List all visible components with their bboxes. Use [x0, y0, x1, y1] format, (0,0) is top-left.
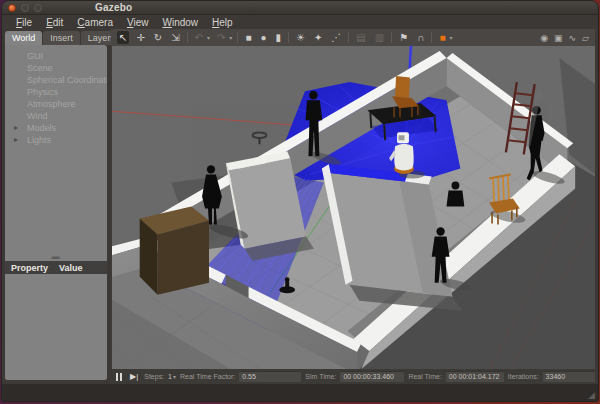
tree-item-wind[interactable]: Wind — [5, 110, 107, 122]
box-tool-icon[interactable]: ■ — [243, 31, 253, 44]
tree-item-models[interactable]: ▸Models — [5, 122, 107, 134]
steps-value[interactable]: 1 — [168, 373, 172, 380]
window-bottom-frame: ◢ — [2, 384, 598, 401]
maximize-button[interactable] — [34, 4, 42, 12]
steps-caret-icon[interactable]: ▾ — [173, 373, 176, 380]
tree-item-atmosphere[interactable]: Atmosphere — [5, 98, 107, 110]
plot-icon[interactable]: ∿ — [569, 33, 577, 43]
sphere-tool-icon[interactable]: ● — [258, 31, 268, 44]
simulation-status-bar: ▶| Steps: 1 ▾ Real Time Factor: 0.55 Sim… — [111, 369, 595, 384]
tree-item-physics[interactable]: Physics — [5, 86, 107, 98]
collapse-arrow-icon[interactable]: ▸ — [14, 122, 18, 134]
left-panel: World Insert Layers GUI Scene Spherical … — [5, 29, 107, 384]
view-angle-caret-icon[interactable]: ▾ — [449, 34, 452, 41]
sim-time-label: Sim Time: — [305, 373, 336, 380]
select-tool-icon[interactable]: ↖ — [117, 31, 129, 44]
panel-tabs: World Insert Layers — [5, 29, 107, 45]
toolbar-separator — [237, 32, 238, 43]
collapse-arrow-icon[interactable]: ▸ — [14, 134, 18, 146]
paste-icon[interactable]: ▥ — [373, 31, 386, 44]
property-column-header: Property — [5, 263, 59, 273]
main-content: World Insert Layers GUI Scene Spherical … — [2, 29, 598, 384]
minimize-button[interactable] — [21, 4, 29, 12]
spot-light-icon[interactable]: ✦ — [312, 31, 324, 44]
toolbar-separator — [348, 32, 349, 43]
resize-grip[interactable]: ◢ — [588, 391, 595, 400]
window-title: Gazebo — [95, 2, 132, 13]
view-angle-icon[interactable]: ■ — [437, 31, 447, 44]
property-table-header: Property Value — [5, 261, 107, 274]
redo-icon[interactable]: ↷ — [215, 31, 227, 44]
windows-icon[interactable]: ▱ — [582, 33, 589, 43]
redo-caret-icon[interactable]: ▾ — [229, 34, 232, 41]
rtf-value: 0.55 — [239, 371, 301, 382]
toolbar-separator — [431, 32, 432, 43]
copy-icon[interactable]: ▤ — [354, 31, 367, 44]
toolbar-separator — [391, 32, 392, 43]
menu-window[interactable]: Window — [162, 17, 198, 28]
property-table-body — [5, 274, 107, 380]
title-bar[interactable]: Gazebo — [2, 1, 598, 15]
menu-bar: File Edit Camera View Window Help — [2, 15, 598, 29]
rtf-label: Real Time Factor: — [180, 373, 235, 380]
rotate-tool-icon[interactable]: ↻ — [152, 31, 164, 44]
undo-caret-icon[interactable]: ▾ — [207, 34, 210, 41]
scale-tool-icon[interactable]: ⇲ — [169, 31, 181, 44]
snap-tool-icon[interactable]: ∩ — [415, 31, 426, 44]
iterations-value: 33460 — [543, 371, 595, 382]
toolbar-separator — [288, 32, 289, 43]
menu-file[interactable]: File — [16, 17, 32, 28]
screenshot-icon[interactable]: ◉ — [540, 33, 548, 43]
record-log-icon[interactable]: ▣ — [554, 33, 563, 43]
point-light-icon[interactable]: ☀ — [294, 31, 307, 44]
translate-tool-icon[interactable]: ✛ — [134, 31, 146, 44]
steps-label: Steps: — [144, 373, 164, 380]
sim-time-value: 00 00:00:33.460 — [340, 371, 404, 382]
3d-scene[interactable] — [112, 46, 595, 369]
toolbar-separator — [187, 32, 188, 43]
value-column-header: Value — [59, 263, 83, 273]
toolbar-right-group: ◉ ▣ ∿ ▱ — [540, 33, 589, 43]
render-viewport[interactable] — [111, 46, 595, 369]
wooden-box[interactable] — [140, 206, 209, 294]
directional-light-icon[interactable]: ⋰ — [329, 31, 343, 44]
step-button[interactable]: ▶| — [130, 372, 138, 381]
viewport-toolbar: ↖ ✛ ↻ ⇲ ↶▾ ↷▾ ■ ● ▮ ☀ ✦ ⋰ ▤ ▥ ⚑ ∩ — [111, 29, 595, 46]
menu-camera[interactable]: Camera — [77, 17, 113, 28]
tree-item-scene[interactable]: Scene — [5, 62, 107, 74]
tree-item-lights[interactable]: ▸Lights — [5, 134, 107, 146]
tree-item-spherical-coordinates[interactable]: Spherical Coordinates — [5, 74, 107, 86]
menu-view[interactable]: View — [127, 17, 149, 28]
tab-insert[interactable]: Insert — [43, 31, 80, 45]
align-tool-icon[interactable]: ⚑ — [397, 31, 410, 44]
undo-icon[interactable]: ↶ — [193, 31, 205, 44]
tab-world[interactable]: World — [5, 31, 42, 45]
cylinder-tool-icon[interactable]: ▮ — [273, 31, 283, 44]
world-tree: GUI Scene Spherical Coordinates Physics … — [5, 45, 107, 146]
tree-item-gui[interactable]: GUI — [5, 50, 107, 62]
menu-edit[interactable]: Edit — [46, 17, 63, 28]
gazebo-window: Gazebo File Edit Camera View Window Help… — [1, 0, 599, 402]
viewport-column: ↖ ✛ ↻ ⇲ ↶▾ ↷▾ ■ ● ▮ ☀ ✦ ⋰ ▤ ▥ ⚑ ∩ — [111, 29, 595, 384]
close-button[interactable] — [8, 4, 16, 12]
pause-button[interactable] — [116, 373, 122, 381]
world-panel: GUI Scene Spherical Coordinates Physics … — [5, 45, 107, 380]
menu-help[interactable]: Help — [212, 17, 233, 28]
real-time-label: Real Time: — [408, 373, 441, 380]
panel-splitter[interactable]: ▬ — [5, 252, 107, 261]
real-time-value: 00 00:01:04.172 — [446, 371, 504, 382]
iterations-label: Iterations: — [508, 373, 539, 380]
